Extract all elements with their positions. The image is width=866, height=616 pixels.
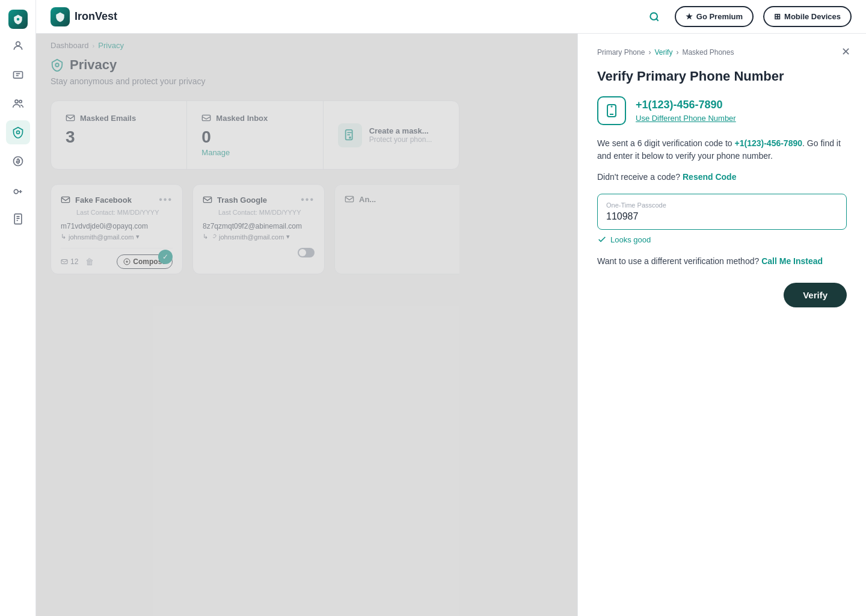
sidebar-item-passwords[interactable] — [6, 178, 30, 202]
phone-icon-box — [597, 96, 626, 125]
svg-point-7 — [14, 189, 18, 194]
app-name: IronVest — [75, 10, 117, 23]
panel-title: Verify Primary Phone Number — [597, 69, 847, 84]
main-wrapper: IronVest ★ Go Premium ⊞ Mobile Devices D… — [36, 0, 866, 616]
desc-start: We sent a 6 digit verification code to — [597, 138, 735, 148]
looks-good-text: Looks good — [610, 235, 651, 244]
panel-close-button[interactable]: ✕ — [837, 43, 854, 60]
svg-point-5 — [16, 131, 19, 134]
search-icon[interactable] — [643, 6, 665, 28]
checkmark-icon — [597, 235, 607, 244]
topnav: IronVest ★ Go Premium ⊞ Mobile Devices — [36, 0, 866, 34]
overlay — [36, 34, 577, 616]
side-panel: ✕ Primary Phone › Verify › Masked Phones… — [577, 34, 866, 616]
desc-phone-bold: +1(123)-456-7890 — [735, 138, 802, 148]
mobile-icon: ⊞ — [774, 12, 781, 21]
sidebar-item-contacts[interactable] — [6, 91, 30, 116]
otp-label: One-Time Passcode — [606, 202, 838, 209]
left-content: Dashboard › Privacy Privacy Stay anonymo… — [36, 34, 577, 616]
sidebar-item-otp[interactable] — [6, 207, 30, 231]
app-logo: IronVest — [51, 7, 117, 26]
call-instead-prefix: Want to use a different verification met… — [597, 256, 759, 266]
panel-breadcrumb-sep-2: › — [676, 48, 678, 57]
call-instead-row: Want to use a different verification met… — [597, 256, 847, 266]
phone-device-icon — [604, 103, 619, 118]
panel-breadcrumb: Primary Phone › Verify › Masked Phones — [597, 48, 847, 57]
sidebar-item-identity[interactable] — [6, 63, 30, 87]
phone-info: +1(123)-456-7890 Use Different Phone Num… — [597, 96, 847, 125]
panel-breadcrumb-primary: Primary Phone — [597, 48, 645, 57]
panel-breadcrumb-sep-1: › — [648, 48, 651, 57]
panel-breadcrumb-masked: Masked Phones — [682, 48, 734, 57]
svg-point-1 — [16, 42, 20, 46]
didnt-receive-text: Didn't receive a code? — [597, 172, 680, 182]
sidebar — [0, 0, 36, 616]
panel-description: We sent a 6 digit verification code to +… — [597, 137, 847, 162]
resend-row: Didn't receive a code? Resend Code — [597, 172, 847, 182]
panel-breadcrumb-verify: Verify — [654, 48, 672, 57]
svg-rect-2 — [13, 72, 22, 78]
app-logo-icon — [8, 10, 28, 29]
app-logo-icon — [51, 7, 70, 26]
otp-input-wrapper: One-Time Passcode — [597, 194, 847, 230]
sidebar-item-crypto[interactable] — [6, 149, 30, 173]
phone-number: +1(123)-456-7890 — [636, 99, 736, 111]
go-premium-button[interactable]: ★ Go Premium — [675, 6, 754, 27]
verify-button[interactable]: Verify — [784, 283, 847, 307]
page-area: Dashboard › Privacy Privacy Stay anonymo… — [36, 34, 866, 616]
looks-good-indicator: Looks good — [597, 235, 847, 244]
sidebar-item-profile[interactable] — [6, 34, 30, 58]
svg-point-4 — [19, 100, 22, 103]
otp-input[interactable] — [606, 211, 838, 222]
svg-point-3 — [15, 100, 18, 103]
use-different-link[interactable]: Use Different Phone Number — [636, 114, 736, 123]
sidebar-item-privacy[interactable] — [6, 120, 30, 144]
premium-star-icon: ★ — [686, 12, 693, 21]
premium-label: Go Premium — [696, 12, 743, 21]
call-instead-link[interactable]: Call Me Instead — [761, 256, 823, 266]
mobile-label: Mobile Devices — [784, 12, 841, 21]
mobile-devices-button[interactable]: ⊞ Mobile Devices — [763, 6, 852, 27]
svg-point-21 — [612, 106, 612, 107]
svg-point-9 — [650, 13, 657, 20]
svg-point-0 — [16, 18, 19, 21]
phone-details: +1(123)-456-7890 Use Different Phone Num… — [636, 99, 736, 123]
resend-code-link[interactable]: Resend Code — [683, 172, 736, 182]
